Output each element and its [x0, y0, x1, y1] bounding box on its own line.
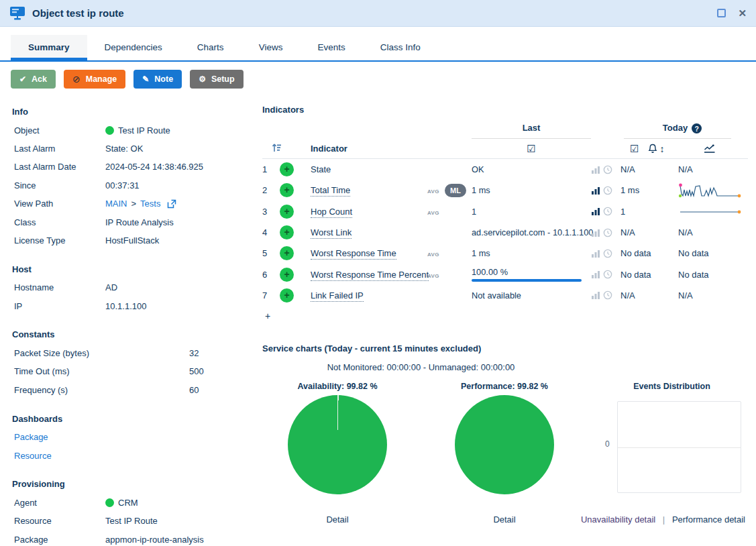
- since-value: 00:37:31: [105, 180, 140, 190]
- performance-detail-link[interactable]: Detail: [429, 514, 580, 525]
- tab-class-info[interactable]: Class Info: [363, 35, 438, 59]
- unavailability-detail-link[interactable]: Unavailability detail: [581, 514, 655, 525]
- host-row-ip: IP 10.1.1.100: [11, 297, 258, 315]
- ban-icon: ⊘: [72, 74, 80, 84]
- clock-toggle-icon[interactable]: [603, 228, 612, 237]
- indicators-panel: Indicators Last Today ? Indicator ☑: [262, 101, 748, 537]
- info-row-license: License Type HostFullStack: [11, 231, 258, 250]
- clock-toggle-icon[interactable]: [603, 165, 612, 174]
- network-device-icon: [9, 6, 25, 21]
- close-icon[interactable]: ✕: [738, 8, 747, 18]
- tab-events[interactable]: Events: [300, 35, 362, 59]
- hostname-link[interactable]: AD: [105, 282, 117, 292]
- ack-button[interactable]: ✔ Ack: [11, 70, 56, 89]
- tab-summary[interactable]: Summary: [11, 35, 87, 59]
- bar-chart-toggle-icon[interactable]: [591, 165, 600, 174]
- add-threshold-button[interactable]: +: [280, 162, 294, 176]
- help-icon[interactable]: ?: [692, 123, 702, 133]
- performance-pie[interactable]: [455, 395, 554, 494]
- performance-chart-title: Performance: 99.82 %: [429, 382, 580, 395]
- object-label: Object: [14, 125, 105, 135]
- today-value: N/A: [620, 164, 678, 174]
- constants-row-frequency: Frequency (s) 60: [11, 381, 258, 399]
- bar-chart-toggle-icon[interactable]: [591, 228, 600, 237]
- clock-toggle-icon[interactable]: [603, 249, 612, 258]
- today-sparkline-na: N/A: [678, 290, 744, 301]
- performance-detail-link-2[interactable]: Performance detail: [672, 514, 745, 525]
- dashboard-resource-link[interactable]: Resource: [14, 451, 52, 461]
- today-sparkline[interactable]: [678, 180, 742, 201]
- gear-icon: ⚙: [199, 75, 206, 83]
- availability-pie[interactable]: [288, 395, 387, 494]
- dashboard-package-link[interactable]: Package: [14, 432, 48, 442]
- add-threshold-button[interactable]: +: [280, 225, 294, 239]
- bar-chart-toggle-icon[interactable]: [591, 207, 600, 216]
- sort-icon[interactable]: [272, 143, 282, 152]
- since-label: Since: [14, 180, 105, 190]
- add-threshold-button[interactable]: +: [280, 205, 294, 219]
- availability-chart-title: Availability: 99.82 %: [262, 382, 413, 395]
- timeout-label: Time Out (ms): [14, 366, 189, 376]
- indicator-row-worst-response-time-percent: 6 + Worst Response Time Percent AVG 100.…: [262, 264, 748, 284]
- percent-progress-bar: [472, 279, 582, 282]
- pencil-icon: ✎: [142, 75, 149, 83]
- agent-label: Agent: [14, 498, 105, 508]
- indicator-name-link[interactable]: Hop Count: [311, 207, 352, 218]
- ml-badge[interactable]: ML: [445, 184, 466, 197]
- hostname-label: Hostname: [14, 282, 105, 292]
- add-threshold-button[interactable]: +: [280, 246, 294, 260]
- class-link[interactable]: IP Route Analysis: [105, 217, 174, 227]
- setup-button[interactable]: ⚙ Setup: [190, 70, 244, 89]
- today-sparkline-nodata: No data: [678, 248, 744, 258]
- note-button[interactable]: ✎ Note: [133, 70, 182, 89]
- provisioning-section-title: Provisioning: [11, 475, 258, 493]
- prov-resource-link[interactable]: Test IP Route: [105, 516, 158, 526]
- timeout-value: 500: [189, 366, 204, 376]
- indicator-name-link[interactable]: Link Failed IP: [311, 290, 364, 302]
- today-sparkline-flat[interactable]: [678, 201, 742, 221]
- availability-detail-link[interactable]: Detail: [262, 514, 413, 525]
- last-value: ad.servicepilot.com - 10.1.1.100: [472, 227, 591, 237]
- bar-chart-toggle-icon[interactable]: [591, 270, 600, 279]
- indicator-row-worst-link: 4 + Worst Link ad.servicepilot.com - 10.…: [262, 222, 748, 243]
- today-sparkline-na: N/A: [678, 164, 744, 174]
- clock-toggle-icon[interactable]: [603, 207, 612, 216]
- clock-toggle-icon[interactable]: [603, 270, 612, 279]
- view-path-tests-link[interactable]: Tests: [140, 199, 160, 209]
- manage-button-label: Manage: [86, 74, 117, 84]
- indicator-name-link[interactable]: Worst Response Time Percent: [311, 270, 429, 281]
- service-charts-title: Service charts (Today - current 15 minut…: [262, 341, 748, 357]
- group-last-header: Last: [472, 123, 591, 139]
- dashboards-row-resource: Resource: [11, 446, 258, 464]
- note-button-label: Note: [154, 74, 173, 84]
- bar-chart-toggle-icon[interactable]: [591, 290, 600, 300]
- manage-button[interactable]: ⊘ Manage: [64, 70, 125, 89]
- prov-package-link[interactable]: appmon-ip-route-analysis: [105, 535, 204, 545]
- tab-charts[interactable]: Charts: [180, 35, 241, 59]
- last-value: OK: [472, 164, 591, 174]
- tab-views[interactable]: Views: [241, 35, 301, 59]
- indicator-name-link[interactable]: Total Time: [311, 185, 350, 197]
- events-zero-gridline: [618, 447, 741, 448]
- maximize-icon[interactable]: [717, 9, 726, 17]
- add-threshold-button[interactable]: +: [280, 268, 294, 282]
- add-threshold-button[interactable]: +: [280, 288, 294, 303]
- add-indicator-button[interactable]: +: [265, 311, 270, 321]
- tabs-underline: [0, 60, 756, 62]
- bar-chart-toggle-icon[interactable]: [591, 249, 600, 258]
- external-link-icon[interactable]: [167, 199, 176, 209]
- today-value: 1 ms: [620, 185, 678, 195]
- indicator-row-hop-count: 3 + Hop Count AVG 1 1: [262, 201, 748, 222]
- tab-dependencies[interactable]: Dependencies: [87, 35, 180, 59]
- clock-toggle-icon[interactable]: [603, 186, 612, 195]
- clock-toggle-icon[interactable]: [603, 290, 612, 300]
- indicator-name-link[interactable]: Worst Response Time: [311, 248, 396, 260]
- links-separator: |: [663, 514, 665, 525]
- bar-chart-toggle-icon[interactable]: [591, 186, 600, 195]
- today-value: N/A: [620, 227, 678, 237]
- today-sparkline-nodata: No data: [678, 270, 744, 280]
- add-threshold-button[interactable]: +: [280, 183, 294, 197]
- view-path-main-link[interactable]: MAIN: [105, 199, 127, 209]
- last-value: 1 ms: [472, 185, 591, 195]
- indicator-name-link[interactable]: Worst Link: [311, 227, 352, 239]
